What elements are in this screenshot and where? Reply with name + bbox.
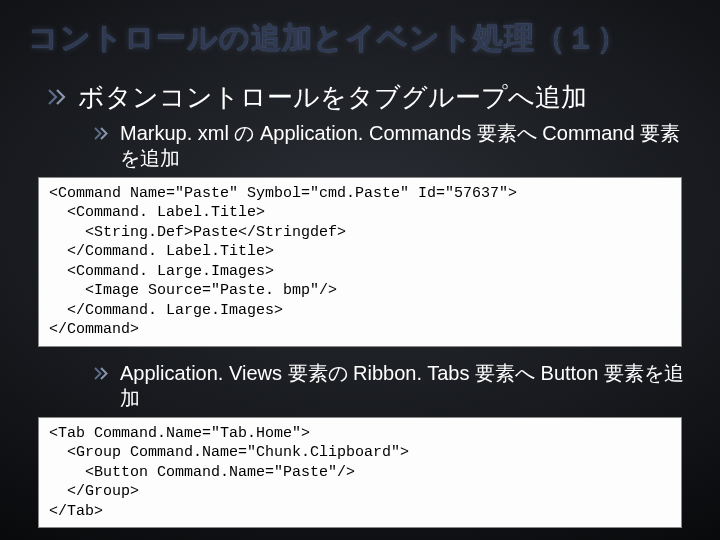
bullet1-text: ボタンコントロールをタブグループへ追加 bbox=[78, 81, 587, 115]
slide-container: コントロールの追加とイベント処理（１） ボタンコントロールをタブグループへ追加 … bbox=[0, 0, 720, 540]
chevron-right-icon bbox=[48, 89, 68, 105]
code-block-1: <Command Name="Paste" Symbol="cmd.Paste"… bbox=[38, 177, 682, 347]
bullet2-text: Application. Views 要素の Ribbon. Tabs 要素へ … bbox=[120, 361, 700, 411]
chevron-right-icon bbox=[94, 367, 110, 380]
bullet1-sub-text: Markup. xml の Application. Commands 要素へ … bbox=[120, 121, 700, 171]
slide-title: コントロールの追加とイベント処理（１） bbox=[28, 18, 700, 59]
chevron-right-icon bbox=[94, 127, 110, 140]
bullet-level2: Application. Views 要素の Ribbon. Tabs 要素へ … bbox=[94, 361, 700, 411]
code-block-2: <Tab Command.Name="Tab.Home"> <Group Com… bbox=[38, 417, 682, 529]
bullet-level1: ボタンコントロールをタブグループへ追加 bbox=[48, 81, 700, 115]
bullet-level2: Markup. xml の Application. Commands 要素へ … bbox=[94, 121, 700, 171]
